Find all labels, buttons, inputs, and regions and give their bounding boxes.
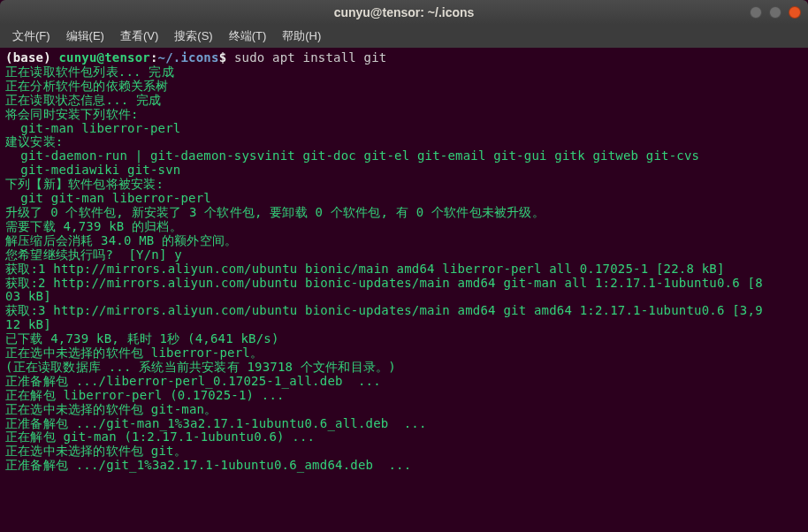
output-line: 升级了 0 个软件包, 新安装了 3 个软件包, 要卸载 0 个软件包, 有 0… <box>5 206 803 220</box>
output-line: 正准备解包 .../git-man_1%3a2.17.1-1ubuntu0.6_… <box>5 417 803 431</box>
prompt-line: (base) cunyu@tensor:~/.icons$ sudo apt i… <box>5 51 803 65</box>
output-line: 正准备解包 .../liberror-perl_0.17025-1_all.de… <box>5 375 803 389</box>
output-line: 获取:1 http://mirrors.aliyun.com/ubuntu bi… <box>5 262 803 277</box>
dollar: $ <box>219 50 234 65</box>
output-line: 正在分析软件包的依赖关系树 <box>5 80 803 94</box>
output-line: 正在解包 git-man (1:2.17.1-1ubuntu0.6) ... <box>5 430 803 445</box>
output-line: (正在读取数据库 ... 系统当前共安装有 193718 个文件和目录。) <box>5 361 803 375</box>
minimize-button[interactable] <box>750 6 762 19</box>
output-line: 获取:2 http://mirrors.aliyun.com/ubuntu bi… <box>5 277 803 291</box>
output-line: git-man liberror-perl <box>5 122 803 136</box>
output-line: 需要下载 4,739 kB 的归档。 <box>5 220 803 234</box>
close-button[interactable] <box>789 6 801 19</box>
menu-view[interactable]: 查看(V) <box>113 26 165 47</box>
typed-command: sudo apt install git <box>234 50 387 65</box>
menu-terminal[interactable]: 终端(T) <box>222 26 274 47</box>
cwd: ~/.icons <box>158 50 219 65</box>
terminal-area[interactable]: (base) cunyu@tensor:~/.icons$ sudo apt i… <box>0 48 808 532</box>
output-line: git git-man liberror-perl <box>5 192 803 206</box>
menu-help[interactable]: 帮助(H) <box>275 26 328 47</box>
output-line: 正在选中未选择的软件包 git-man。 <box>5 403 803 417</box>
output-line: 您希望继续执行吗? [Y/n] y <box>5 248 803 262</box>
menu-edit[interactable]: 编辑(E) <box>59 26 111 47</box>
user-host: cunyu@tensor <box>58 50 150 65</box>
output-line: 获取:3 http://mirrors.aliyun.com/ubuntu bi… <box>5 304 803 318</box>
window-titlebar: cunyu@tensor: ~/.icons <box>0 0 808 25</box>
output-line: 建议安装: <box>5 135 803 149</box>
env-tag: (base) <box>5 50 58 65</box>
output-line: 将会同时安装下列软件: <box>5 108 803 122</box>
output-line: 正准备解包 .../git_1%3a2.17.1-1ubuntu0.6_amd6… <box>5 459 803 473</box>
maximize-button[interactable] <box>769 6 781 19</box>
output-line: 正在解包 liberror-perl (0.17025-1) ... <box>5 389 803 403</box>
menubar: 文件(F) 编辑(E) 查看(V) 搜索(S) 终端(T) 帮助(H) <box>0 25 808 48</box>
output-line: 12 kB] <box>5 318 803 332</box>
output-line: 已下载 4,739 kB, 耗时 1秒 (4,641 kB/s) <box>5 332 803 346</box>
output-line: 正在读取状态信息... 完成 <box>5 94 803 108</box>
output-line: 03 kB] <box>5 290 803 304</box>
colon: : <box>150 50 158 65</box>
window-title: cunyu@tensor: ~/.icons <box>334 5 475 19</box>
window-controls <box>750 6 801 19</box>
menu-search[interactable]: 搜索(S) <box>167 26 219 47</box>
output-line: 正在选中未选择的软件包 git。 <box>5 445 803 459</box>
output-line: git-daemon-run | git-daemon-sysvinit git… <box>5 149 803 163</box>
output-line: 正在选中未选择的软件包 liberror-perl。 <box>5 346 803 361</box>
output-line: git-mediawiki git-svn <box>5 163 803 178</box>
output-line: 下列【新】软件包将被安装: <box>5 178 803 192</box>
output-line: 解压缩后会消耗 34.0 MB 的额外空间。 <box>5 234 803 248</box>
menu-file[interactable]: 文件(F) <box>5 26 57 47</box>
output-line: 正在读取软件包列表... 完成 <box>5 65 803 80</box>
